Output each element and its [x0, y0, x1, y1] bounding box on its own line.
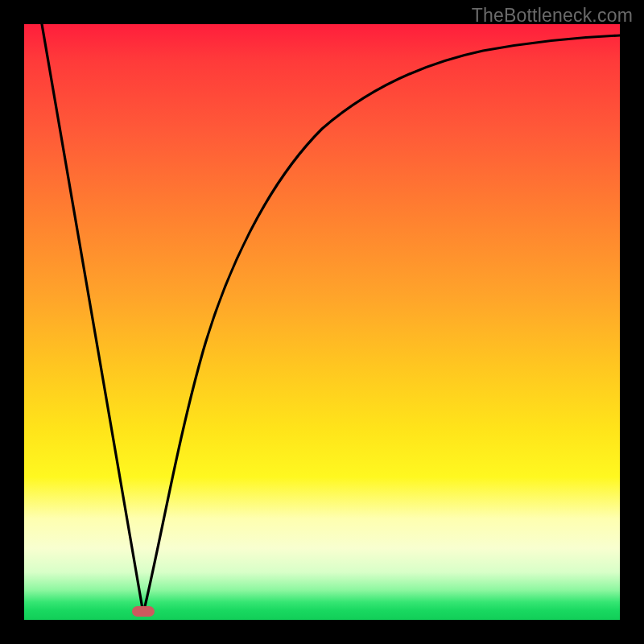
watermark-text: TheBottleneck.com — [472, 5, 633, 27]
chart-frame: TheBottleneck.com — [0, 0, 644, 644]
plot-area — [24, 24, 620, 620]
bottleneck-curve — [24, 24, 620, 620]
optimal-point-marker — [132, 606, 155, 617]
